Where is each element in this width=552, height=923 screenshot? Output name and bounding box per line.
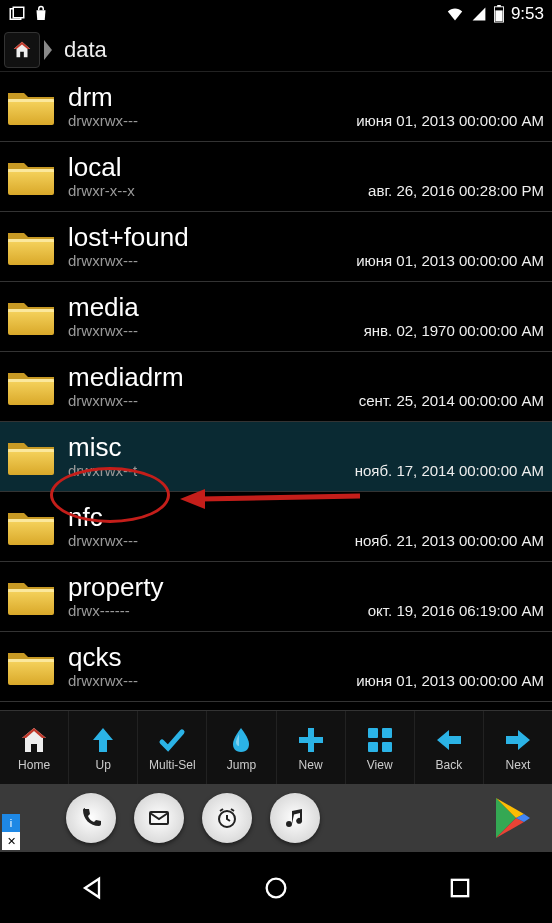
svg-point-33	[267, 878, 286, 897]
nav-recent-button[interactable]	[430, 868, 490, 908]
svg-rect-14	[8, 379, 54, 382]
folder-item[interactable]: resource-cachedrwxrwx--xиюня 01, 2013 00…	[0, 702, 552, 710]
folder-name: local	[68, 154, 544, 180]
folder-permissions: drwxr-x--x	[68, 182, 135, 199]
svg-rect-4	[495, 10, 502, 21]
new-button[interactable]: New	[277, 711, 346, 784]
folder-name: nfc	[68, 504, 544, 530]
svg-rect-30	[382, 742, 392, 752]
tool-label: Next	[506, 758, 531, 772]
battery-icon	[493, 5, 505, 23]
ad-info-button[interactable]: i	[2, 814, 20, 832]
up-button[interactable]: Up	[69, 711, 138, 784]
shopping-bag-icon	[32, 5, 50, 23]
view-button[interactable]: View	[346, 711, 415, 784]
folder-date: июня 01, 2013 00:00:00 AM	[356, 252, 544, 269]
svg-rect-29	[368, 742, 378, 752]
folder-item[interactable]: lost+founddrwxrwx---июня 01, 2013 00:00:…	[0, 212, 552, 282]
back-button[interactable]: Back	[415, 711, 484, 784]
clock-icon	[202, 793, 252, 843]
multisel-button[interactable]: Multi-Sel	[138, 711, 207, 784]
svg-rect-15	[8, 449, 54, 475]
tool-label: Back	[435, 758, 462, 772]
ad-banner[interactable]: i ✕	[0, 784, 552, 852]
gallery-icon	[8, 5, 26, 23]
svg-rect-6	[8, 99, 54, 102]
tool-label: View	[367, 758, 393, 772]
svg-rect-1	[13, 7, 24, 18]
breadcrumb-path[interactable]: data	[58, 37, 113, 63]
svg-rect-27	[368, 728, 378, 738]
folder-item[interactable]: miscdrwxrwx--tнояб. 17, 2014 00:00:00 AM	[0, 422, 552, 492]
chevron-right-icon	[44, 38, 54, 62]
folder-name: property	[68, 574, 544, 600]
folder-name: drm	[68, 84, 544, 110]
tool-label: Multi-Sel	[149, 758, 196, 772]
breadcrumb-home-button[interactable]	[4, 32, 40, 68]
home-button[interactable]: Home	[0, 711, 69, 784]
folder-permissions: drwxrwx---	[68, 252, 138, 269]
folder-permissions: drwxrwx---	[68, 112, 138, 129]
svg-rect-21	[8, 659, 54, 685]
svg-rect-17	[8, 519, 54, 545]
svg-rect-11	[8, 309, 54, 335]
svg-rect-34	[452, 879, 468, 895]
tool-label: Jump	[227, 758, 256, 772]
svg-rect-28	[382, 728, 392, 738]
folder-date: июня 01, 2013 00:00:00 AM	[356, 672, 544, 689]
file-list: drmdrwxrwx---июня 01, 2013 00:00:00 AMlo…	[0, 72, 552, 710]
next-button[interactable]: Next	[484, 711, 552, 784]
svg-rect-3	[497, 5, 501, 7]
svg-rect-7	[8, 169, 54, 195]
svg-rect-12	[8, 309, 54, 312]
tool-label: New	[299, 758, 323, 772]
status-bar: 9:53	[0, 0, 552, 28]
ad-close-button[interactable]: ✕	[2, 832, 20, 850]
ad-content	[66, 793, 320, 843]
folder-permissions: drwxrwx--t	[68, 462, 137, 479]
phone-icon	[66, 793, 116, 843]
svg-rect-18	[8, 519, 54, 522]
nav-back-button[interactable]	[62, 868, 122, 908]
folder-item[interactable]: nfcdrwxrwx---нояб. 21, 2013 00:00:00 AM	[0, 492, 552, 562]
folder-permissions: drwxrwx---	[68, 322, 138, 339]
music-icon	[270, 793, 320, 843]
folder-date: июня 01, 2013 00:00:00 AM	[356, 112, 544, 129]
folder-date: нояб. 17, 2014 00:00:00 AM	[355, 462, 544, 479]
folder-item[interactable]: mediadrwxrwx---янв. 02, 1970 00:00:00 AM	[0, 282, 552, 352]
svg-rect-13	[8, 379, 54, 405]
play-store-icon	[492, 796, 532, 840]
svg-rect-8	[8, 169, 54, 172]
folder-date: окт. 19, 2016 06:19:00 AM	[368, 602, 544, 619]
android-nav-bar	[0, 852, 552, 923]
folder-date: сент. 25, 2014 00:00:00 AM	[359, 392, 544, 409]
folder-item[interactable]: drmdrwxrwx---июня 01, 2013 00:00:00 AM	[0, 72, 552, 142]
toolbar: HomeUpMulti-SelJumpNewViewBackNext	[0, 710, 552, 784]
cell-signal-icon	[471, 6, 487, 22]
folder-item[interactable]: mediadrmdrwxrwx---сент. 25, 2014 00:00:0…	[0, 352, 552, 422]
svg-rect-5	[8, 99, 54, 125]
wifi-icon	[445, 6, 465, 22]
folder-date: янв. 02, 1970 00:00:00 AM	[364, 322, 544, 339]
folder-date: авг. 26, 2016 00:28:00 PM	[368, 182, 544, 199]
folder-name: qcks	[68, 644, 544, 670]
nav-home-button[interactable]	[246, 868, 306, 908]
tool-label: Home	[18, 758, 50, 772]
folder-item[interactable]: propertydrwx------окт. 19, 2016 06:19:00…	[0, 562, 552, 632]
folder-name: lost+found	[68, 224, 544, 250]
svg-rect-20	[8, 589, 54, 592]
svg-rect-22	[8, 659, 54, 662]
folder-permissions: drwxrwx---	[68, 532, 138, 549]
tool-label: Up	[96, 758, 111, 772]
breadcrumb: data	[0, 28, 552, 72]
folder-permissions: drwx------	[68, 602, 130, 619]
jump-button[interactable]: Jump	[207, 711, 276, 784]
folder-item[interactable]: qcksdrwxrwx---июня 01, 2013 00:00:00 AM	[0, 632, 552, 702]
status-time: 9:53	[511, 4, 544, 24]
svg-rect-16	[8, 449, 54, 452]
folder-date: нояб. 21, 2013 00:00:00 AM	[355, 532, 544, 549]
folder-name: media	[68, 294, 544, 320]
folder-item[interactable]: localdrwxr-x--xавг. 26, 2016 00:28:00 PM	[0, 142, 552, 212]
folder-name: misc	[68, 434, 544, 460]
svg-rect-9	[8, 239, 54, 265]
